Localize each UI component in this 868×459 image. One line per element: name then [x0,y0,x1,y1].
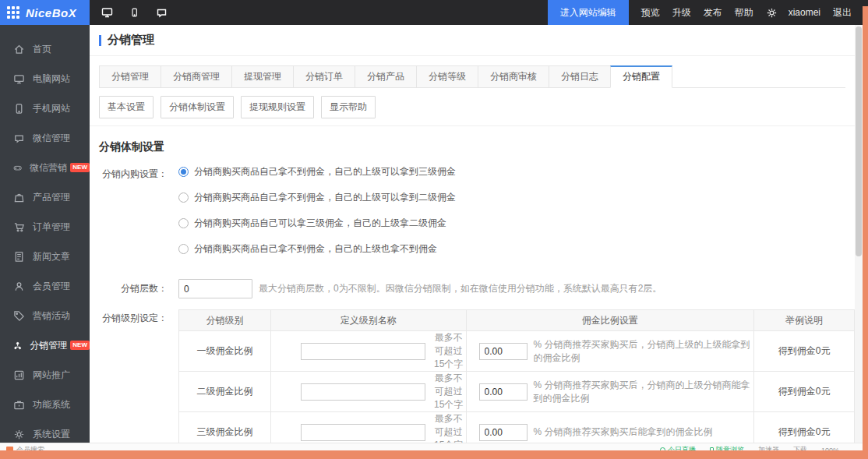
show-help-button[interactable]: 显示帮助 [321,96,376,118]
tab-withdrawal-mgmt[interactable]: 提现管理 [231,65,294,88]
title-accent-bar [99,35,101,46]
page-title: 分销管理 [108,33,154,48]
sidebar-item-news[interactable]: 新闻文章 [0,242,90,271]
tag-icon [13,310,25,322]
frame-bottom-bar [0,450,868,459]
scrollbar[interactable] [855,25,863,450]
level3-name-input[interactable] [301,424,425,441]
sidebar: 首页 电脑网站 手机网站 微信管理 微信营销 NEW 产品管理 订单管理 新闻文… [0,25,90,444]
upgrade-link[interactable]: 升级 [672,6,691,19]
tab-distribution-mgmt[interactable]: 分销管理 [99,65,161,88]
mobile-icon [13,103,25,115]
example-cell: 得到佣金0元 [754,372,855,412]
wechat-icon [13,132,25,144]
col-header-level: 分销级别 [179,310,271,331]
level1-rate-input[interactable] [479,343,528,360]
topbar: NiceBoX 进入网站编辑 预览 升级 发布 帮助 xiaomei 退出 [0,0,863,25]
desktop-view-icon[interactable] [101,6,114,19]
inner-purchase-label: 分销内购设置： [90,165,168,268]
publish-link[interactable]: 发布 [704,6,722,19]
withdrawal-rules-settings-button[interactable]: 提现规则设置 [241,96,314,118]
sidebar-item-promotion[interactable]: 网站推广 [0,360,90,390]
mobile-view-icon[interactable] [129,6,139,19]
new-badge: NEW [70,341,90,350]
col-header-rate: 佣金比例设置 [466,310,754,331]
new-badge: NEW [70,163,90,172]
main-content: 分销管理 分销管理 分销商管理 提现管理 分销订单 分销产品 分销等级 分销商审… [90,25,855,450]
sidebar-item-mobile-site[interactable]: 手机网站 [0,94,90,123]
sidebar-item-distribution[interactable]: 分销管理 NEW [0,330,90,360]
subnav: 基本设置 分销体制设置 提现规则设置 显示帮助 [90,88,855,126]
scrollbar-thumb[interactable] [856,26,862,256]
sidebar-item-marketing[interactable]: 营销活动 [0,301,90,330]
levels-label: 分销层数： [90,282,168,295]
radio-option-3[interactable]: 分销商购买商品自己可以拿三级佣金，自己的上级拿二级佣金 [178,217,456,230]
sidebar-item-members[interactable]: 会员管理 [0,271,90,301]
sidebar-item-home[interactable]: 首页 [0,34,90,64]
grade-table: 分销级别 定义级别名称 佣金比例设置 举例说明 一级佣金比例 最多不可超过15个… [178,309,855,450]
level3-rate-input[interactable] [479,424,528,441]
desktop-icon [13,73,25,85]
username[interactable]: xiaomei [789,7,820,18]
tab-distribution-config[interactable]: 分销配置 [610,65,672,88]
gear-icon [13,429,25,440]
home-icon [13,44,25,55]
sidebar-item-wechat-mgmt[interactable]: 微信管理 [0,123,90,153]
logo-area[interactable]: NiceBoX [0,0,90,25]
grade-label: 分销级别设定： [90,309,168,450]
level-cell: 二级佣金比例 [179,372,271,412]
radio-icon[interactable] [178,192,189,203]
tab-distribution-products[interactable]: 分销产品 [355,65,417,88]
frame-corner [863,0,868,6]
levels-input[interactable] [178,279,252,298]
tab-distributor-mgmt[interactable]: 分销商管理 [161,65,232,88]
preview-link[interactable]: 预览 [641,6,660,19]
tab-bar: 分销管理 分销商管理 提现管理 分销订单 分销产品 分销等级 分销商审核 分销日… [99,65,845,88]
logo: NiceBoX [26,6,76,19]
name-hint: 最多不可超过15个字 [432,372,466,411]
table-row: 二级佣金比例 最多不可超过15个字 % 分销商推荐买家购买后，分销商的上级分销商… [179,372,855,412]
levels-hint: 最大分销商层数，0为不限制。因微信分销限制，如在微信使用分销功能，系统默认最高只… [259,282,662,295]
grade-setting-row: 分销级别设定： 分销级别 定义级别名称 佣金比例设置 举例说明 一级佣金比例 最… [90,309,855,450]
distribution-system-settings-button[interactable]: 分销体制设置 [161,96,234,118]
rate-desc: % 分销商推荐买家购买后，分销商上级的上级能拿到的佣金比例 [534,338,754,365]
sidebar-item-wechat-marketing[interactable]: 微信营销 NEW [0,153,90,182]
sidebar-item-products[interactable]: 产品管理 [0,182,90,212]
tab-distribution-logs[interactable]: 分销日志 [549,65,611,88]
bag-icon [13,192,25,203]
logout-link[interactable]: 退出 [833,6,852,19]
name-hint: 最多不可超过15个字 [432,331,466,371]
example-cell: 得到佣金0元 [754,331,855,372]
tab-distribution-levels[interactable]: 分销等级 [416,65,478,88]
radio-option-1[interactable]: 分销商购买商品自己拿不到佣金，自己的上级可以拿到三级佣金 [178,165,456,178]
help-link[interactable]: 帮助 [735,6,753,19]
enter-site-editor-button[interactable]: 进入网站编辑 [548,0,629,25]
radio-option-2[interactable]: 分销商购买商品自己拿不到佣金，自己的上级可以拿到二级佣金 [178,191,456,204]
gamepad-icon [13,162,22,174]
basic-settings-button[interactable]: 基本设置 [99,96,153,118]
radio-icon[interactable] [178,218,189,228]
radio-option-4[interactable]: 分销商购买商品自己拿不到佣金，自己的上级也拿不到佣金 [178,242,456,256]
level1-name-input[interactable] [301,343,425,360]
apps-grid-icon[interactable] [7,6,19,19]
level2-name-input[interactable] [301,383,425,401]
tab-distribution-orders[interactable]: 分销订单 [293,65,355,88]
sidebar-item-pc-site[interactable]: 电脑网站 [0,64,90,94]
frame-right-bar [863,6,868,459]
radio-icon[interactable] [178,244,189,254]
sidebar-item-orders[interactable]: 订单管理 [0,212,90,242]
document-icon [13,251,25,263]
member-icon [13,281,25,292]
sidebar-item-functions[interactable]: 功能系统 [0,390,90,419]
network-icon [13,340,22,351]
level2-rate-input[interactable] [479,383,528,401]
col-header-example: 举例说明 [754,310,855,331]
section-heading-system: 分销体制设置 [99,140,855,154]
tab-distributor-review[interactable]: 分销商审核 [478,65,549,88]
settings-gear-icon[interactable] [766,7,778,19]
page-header: 分销管理 [90,25,855,56]
cart-icon [13,221,25,233]
table-row: 一级佣金比例 最多不可超过15个字 % 分销商推荐买家购买后，分销商上级的上级能… [179,331,855,372]
chat-icon[interactable] [155,6,168,19]
radio-selected-icon[interactable] [178,167,189,177]
